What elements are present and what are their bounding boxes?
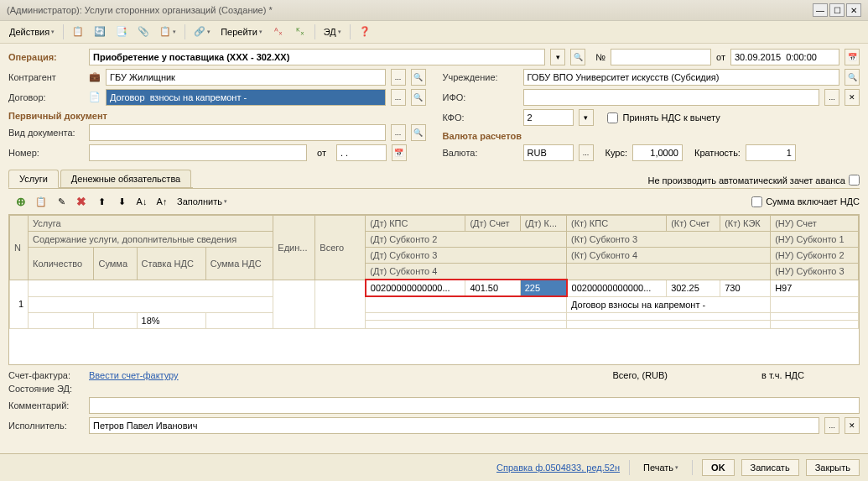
- ifo-clear[interactable]: ✕: [845, 89, 860, 106]
- currency-header: Валюта расчетов: [443, 131, 860, 141]
- contract-icon: 📄: [89, 91, 101, 103]
- number-date-picker[interactable]: 📅: [392, 144, 407, 161]
- col-nu-account: (НУ) Счет: [771, 216, 859, 232]
- table-area[interactable]: N Услуга Един... Всего (Дт) КПС (Дт) Сче…: [8, 214, 860, 365]
- add-row-icon[interactable]: ⊕: [12, 192, 30, 211]
- currency-select[interactable]: ...: [579, 144, 594, 161]
- col-nu-sub2: (НУ) Субконто 2: [771, 248, 859, 264]
- contractor-select[interactable]: ...: [391, 69, 406, 86]
- cell-kt-kek[interactable]: 730: [720, 280, 771, 296]
- invoice-link[interactable]: Ввести счет-фактуру: [89, 370, 179, 380]
- save-button[interactable]: Записать: [741, 459, 799, 476]
- date-picker-icon[interactable]: 📅: [845, 49, 860, 65]
- tool-4-icon[interactable]: 📎: [133, 24, 153, 40]
- accept-vat-checkbox[interactable]: [607, 112, 618, 123]
- executor-clear[interactable]: ✕: [845, 417, 860, 434]
- rate-input[interactable]: [632, 144, 683, 161]
- contract-select[interactable]: ...: [391, 89, 406, 106]
- currency-input[interactable]: [523, 144, 574, 161]
- kfo-dropdown[interactable]: ▾: [579, 109, 594, 126]
- executor-label: Исполнитель:: [8, 421, 84, 431]
- num-input[interactable]: [611, 49, 711, 65]
- sum-includes-vat-checkbox[interactable]: [751, 196, 762, 207]
- date-input[interactable]: [730, 49, 839, 65]
- col-unit: Един...: [273, 216, 315, 280]
- operation-input[interactable]: [89, 49, 545, 65]
- contractor-search[interactable]: 🔍: [411, 69, 426, 86]
- num-label: №: [595, 52, 606, 62]
- copy-row-icon[interactable]: 📋: [32, 192, 50, 211]
- contract-input[interactable]: [106, 89, 386, 106]
- cell-vat-rate[interactable]: 18%: [137, 312, 205, 328]
- multiplicity-input[interactable]: [746, 144, 796, 161]
- move-up-icon[interactable]: ⬆: [92, 192, 111, 211]
- col-dt-sub3: (Дт) Субконто 3: [366, 248, 567, 264]
- doc-type-search[interactable]: 🔍: [411, 124, 426, 141]
- operation-search[interactable]: 🔍: [570, 49, 585, 65]
- print-menu[interactable]: Печать ▾: [639, 460, 683, 475]
- number-date-input[interactable]: [336, 144, 387, 161]
- cell-nu-account[interactable]: Н97: [771, 280, 859, 296]
- kfo-input[interactable]: [523, 109, 574, 126]
- ifo-select[interactable]: ...: [824, 89, 839, 106]
- contract-search[interactable]: 🔍: [411, 89, 426, 106]
- number-input[interactable]: [89, 144, 307, 161]
- no-auto-offset-checkbox[interactable]: [849, 175, 860, 186]
- executor-select[interactable]: ...: [824, 417, 839, 434]
- doc-type-input[interactable]: [89, 124, 386, 141]
- cell-dt-account[interactable]: 401.50: [465, 280, 520, 296]
- delete-row-icon[interactable]: ✖: [72, 192, 91, 211]
- tool-5-icon[interactable]: 📋▾: [155, 24, 180, 40]
- tool-8-icon[interactable]: ᴷₓ: [290, 24, 310, 40]
- col-vat-rate: Ставка НДС: [137, 248, 205, 280]
- help-icon[interactable]: ❓: [355, 24, 375, 40]
- col-n: N: [10, 216, 29, 280]
- close-window-button[interactable]: ✕: [846, 3, 861, 17]
- contractor-input[interactable]: [106, 69, 386, 86]
- main-toolbar: Действия ▾ 📋 🔄 📑 📎 📋▾ 🔗▾ Перейти ▾ ᴬₓ ᴷₓ…: [0, 21, 868, 44]
- maximize-button[interactable]: ☐: [829, 3, 845, 17]
- currency-label: Валюта:: [443, 148, 518, 158]
- operation-dropdown[interactable]: ▾: [550, 49, 565, 65]
- tab-services[interactable]: Услуги: [8, 170, 59, 188]
- tool-3-icon[interactable]: 📑: [112, 24, 132, 40]
- ed-menu[interactable]: ЭД ▾: [320, 24, 346, 39]
- tool-6-icon[interactable]: 🔗▾: [190, 24, 215, 40]
- col-vat-sum: Сумма НДС: [205, 248, 273, 280]
- tool-2-icon[interactable]: 🔄: [90, 24, 110, 40]
- cell-n[interactable]: 1: [10, 280, 29, 328]
- cell-kt-kps[interactable]: 00200000000000...: [567, 280, 667, 296]
- tab-obligations[interactable]: Денежные обязательства: [60, 170, 191, 187]
- cell-kt-sub3[interactable]: Договор взносы на капремонт -: [567, 296, 771, 312]
- tool-1-icon[interactable]: 📋: [68, 24, 88, 40]
- number-from-label: от: [317, 148, 326, 158]
- actions-menu[interactable]: Действия ▾: [5, 24, 59, 39]
- edit-row-icon[interactable]: ✎: [52, 192, 70, 211]
- cell-kt-account[interactable]: 302.25: [667, 280, 720, 296]
- doc-type-label: Вид документа:: [8, 128, 84, 138]
- ref-link[interactable]: Справка ф.0504833, ред.52н: [496, 463, 620, 473]
- ok-button[interactable]: OK: [702, 459, 735, 476]
- navigate-menu[interactable]: Перейти ▾: [216, 24, 267, 39]
- table-row[interactable]: 1 00200000000000... 401.50 225 002000000…: [10, 280, 859, 296]
- total-label: Всего, (RUB): [613, 370, 668, 380]
- col-kt-account: (Кт) Счет: [667, 216, 720, 232]
- move-down-icon[interactable]: ⬇: [112, 192, 131, 211]
- fill-menu[interactable]: Заполнить ▾: [173, 194, 231, 209]
- executor-input[interactable]: [89, 417, 819, 434]
- tool-7-icon[interactable]: ᴬₓ: [268, 24, 288, 40]
- cell-dt-kps[interactable]: 00200000000000...: [366, 280, 465, 296]
- minimize-button[interactable]: —: [813, 3, 828, 17]
- window-controls: — ☐ ✕: [813, 3, 861, 17]
- institution-input[interactable]: [523, 69, 840, 86]
- close-button[interactable]: Закрыть: [806, 459, 860, 476]
- cell-dt-k[interactable]: 225: [520, 280, 566, 296]
- ifo-input[interactable]: [523, 89, 820, 106]
- sort-desc-icon[interactable]: A↑: [153, 192, 171, 211]
- contract-label: Договор:: [8, 92, 84, 102]
- doc-type-select[interactable]: ...: [391, 124, 406, 141]
- col-dt-sub4: (Дт) Субконто 4: [366, 264, 567, 280]
- comment-input[interactable]: [89, 397, 860, 414]
- institution-search[interactable]: 🔍: [845, 69, 860, 86]
- sort-asc-icon[interactable]: A↓: [133, 192, 151, 211]
